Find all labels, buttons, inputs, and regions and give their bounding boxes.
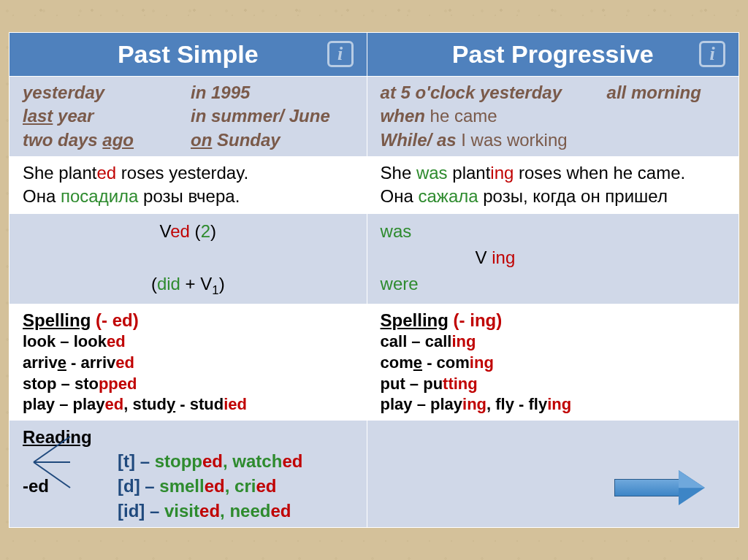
header-left-text: Past Simple <box>118 40 259 68</box>
example-right: She was planting roses when he came. Она… <box>367 157 739 214</box>
header-past-simple: Past Simple i <box>9 32 367 76</box>
header-past-progressive: Past Progressive i <box>367 32 739 76</box>
spelling-left: Spelling (- ed) look – looked arrive - a… <box>9 304 367 420</box>
formula-left: Ved (2) (did + V1) <box>9 213 367 304</box>
next-cell <box>367 420 739 527</box>
next-arrow-icon[interactable] <box>614 470 709 505</box>
grammar-table: Past Simple i Past Progressive i yesterd… <box>9 32 739 528</box>
formula-right: was V ing were <box>367 213 739 304</box>
svg-line-2 <box>34 462 70 488</box>
markers-left: yesterdayin 1995 last yearin summer/ Jun… <box>9 76 367 156</box>
example-left: She planted roses yesterday. Она посадил… <box>9 157 367 214</box>
info-icon[interactable]: i <box>699 41 725 67</box>
info-icon[interactable]: i <box>327 41 354 67</box>
markers-right: at 5 o'clock yesterdayall morning when h… <box>367 76 739 156</box>
svg-line-0 <box>34 437 70 462</box>
header-right-text: Past Progressive <box>452 40 654 68</box>
reading-cell: Reading [t] – stopped, watched -ed [d] –… <box>9 420 367 527</box>
branch-lines-icon <box>30 426 74 499</box>
spelling-right: Spelling (- ing) call – calling come - c… <box>367 304 739 420</box>
